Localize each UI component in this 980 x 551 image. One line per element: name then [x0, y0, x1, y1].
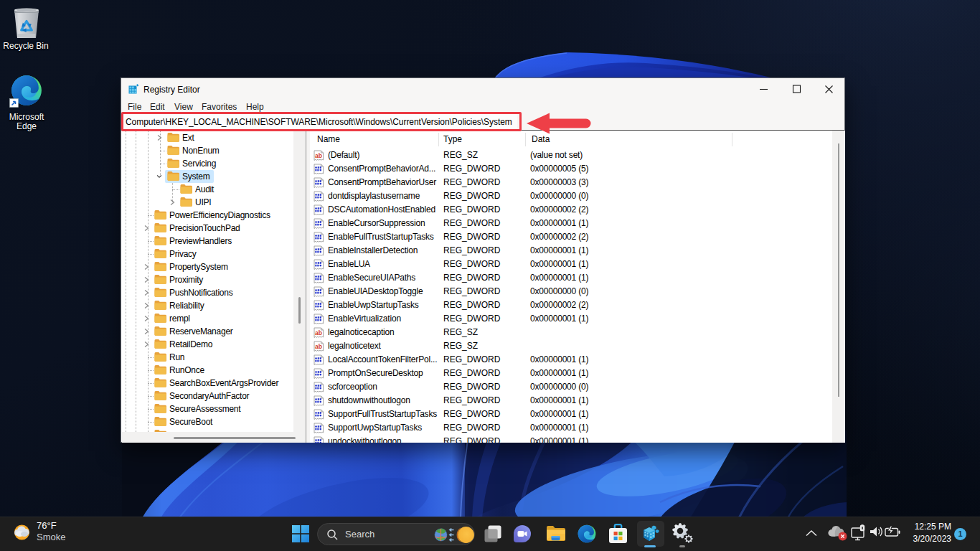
svg-text:ab: ab	[315, 343, 322, 350]
svg-text:ab: ab	[315, 152, 322, 159]
svg-text:ab: ab	[315, 329, 322, 336]
